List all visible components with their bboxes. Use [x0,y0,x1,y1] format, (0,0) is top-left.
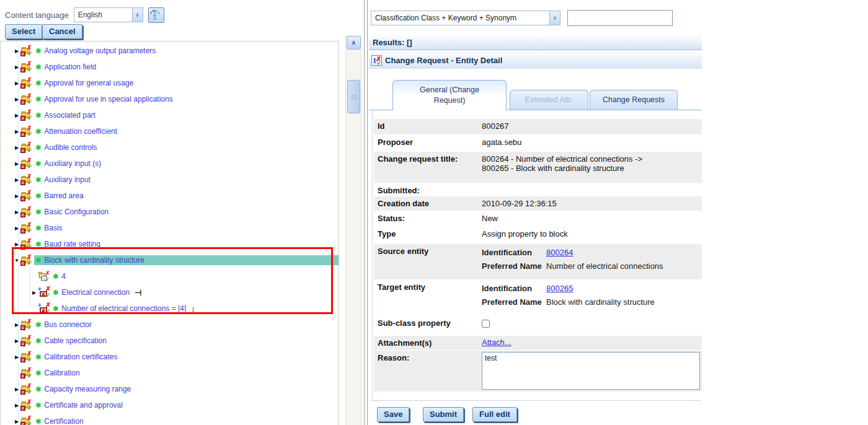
search-input[interactable] [567,10,673,26]
tree-item-label[interactable]: Analog voltage output parameters [44,46,156,55]
search-type-select[interactable]: Classification Class + Keyword + Synonym… [371,11,560,25]
chevron-collapsed-icon[interactable]: ▶ [13,338,20,344]
structure-icon[interactable]: ✗✓ [38,271,50,282]
classification-folder-icon[interactable]: c✗✓ [20,78,33,89]
tree-item-label[interactable]: Barred area [44,191,83,200]
tree-item-label[interactable]: Basic Configuration [44,208,108,216]
classification-folder-icon[interactable]: c✗✓ [20,191,33,201]
identification-link[interactable]: 800264 [546,248,573,257]
tree-item[interactable]: ✱Cable specification [34,336,109,346]
tree-item-label[interactable]: Calibration certificates [44,353,117,361]
reason-textarea[interactable] [482,352,700,390]
tree-item-label[interactable]: Approval for use in special applications [44,95,172,103]
chevron-down-icon[interactable]: ∨ [132,8,143,22]
tree-item-label[interactable]: Attenuation coefficient [44,127,117,136]
chevron-collapsed-icon[interactable]: ▶ [13,145,20,151]
chevron-collapsed-icon[interactable]: ▶ [13,97,20,102]
language-anchor-button[interactable]: ⚓ [148,7,164,23]
classification-folder-icon[interactable]: c✗✓ [20,110,33,121]
chevron-collapsed-icon[interactable]: ▶ [13,129,20,134]
tree-item[interactable]: ✱Auxiliary input [34,175,93,185]
classification-folder-icon[interactable]: c✗✓ [20,352,33,362]
classification-folder-icon[interactable]: c✗✓ [20,46,33,56]
panel-splitter[interactable] [364,0,368,425]
tree-item[interactable]: ✱Calibration [34,368,82,378]
tree-item-label[interactable]: Approval for general usage [44,79,133,87]
classification-folder-icon[interactable]: c✗✓ [20,400,33,411]
chevron-collapsed-icon[interactable]: ▶ [13,209,20,215]
tree-item[interactable]: ✱Baud rate setting [34,239,103,249]
chevron-collapsed-icon[interactable]: ▶ [13,322,20,328]
identification-link[interactable]: 800265 [546,284,573,293]
classification-folder-icon[interactable]: c✗✓ [20,223,33,234]
cancel-button[interactable]: Cancel [42,24,82,39]
tree-item[interactable]: ✱Associated part [34,110,98,120]
tree-item[interactable]: ✱Calibration certificates [34,352,120,362]
chevron-collapsed-icon[interactable]: ▶ [13,64,20,70]
tree-item-label[interactable]: Electrical connection [61,288,130,297]
tree-item[interactable]: ✱Attenuation coefficient [34,126,120,136]
tab-extended-attr[interactable]: Extended Attr. [510,90,588,110]
classification-folder-icon[interactable]: c✗✓ [20,126,33,137]
tree-item[interactable]: ✱Basis [34,223,65,233]
tree-item[interactable]: ✱Application field [34,62,99,72]
tree-item-label[interactable]: Bus connector [44,320,92,329]
classification-folder-icon[interactable]: c✗✓ [20,336,33,346]
tree-item-label[interactable]: Certificate and approval [44,401,123,410]
chevron-collapsed-icon[interactable]: ▶ [13,161,20,167]
tree-item[interactable]: ✱Auxiliary input (s) [34,159,104,169]
scrollbar-thumb[interactable] [347,80,360,113]
tree-item-label[interactable]: Basis [44,224,62,232]
tree-item[interactable]: ✱Barred area [34,191,86,201]
tree-item-label[interactable]: Application field [44,63,96,71]
classification-folder-icon[interactable]: c✗✓ [20,384,33,395]
classification-folder-icon[interactable]: c✗✓ [20,207,33,217]
classification-folder-icon[interactable]: c✗✓ [20,320,33,330]
tree-item-label[interactable]: Capacity measuring range [44,385,131,393]
scroll-up-icon[interactable]: ∧ [347,36,361,50]
tree-item[interactable]: ✱Audible controls [34,142,100,152]
classification-folder-icon[interactable]: c✗✓ [20,239,33,250]
tree-item-label[interactable]: Number of electrical connections = [4] [61,304,186,313]
classification-folder-icon[interactable]: c✗✓ [20,416,33,425]
select-button[interactable]: Select [5,24,42,39]
save-button[interactable]: Save [377,407,409,422]
chevron-collapsed-icon[interactable]: ▶ [13,387,20,392]
tree-item[interactable]: ✱Basic Configuration [34,207,111,217]
property-icon[interactable]: +✗✓ [38,287,50,298]
classification-folder-icon[interactable]: c✗✓ [20,159,33,169]
tree-item-label[interactable]: Block with cardinality structure [44,256,144,265]
chevron-collapsed-icon[interactable]: ▶ [13,242,20,247]
chevron-collapsed-icon[interactable]: ▶ [13,48,20,54]
tree-item-label[interactable]: Certification [44,417,83,425]
tree-item-label[interactable]: Baud rate setting [44,240,100,248]
classification-folder-icon[interactable]: c✗✓ [20,368,33,379]
tree-item-label[interactable]: Audible controls [44,143,97,152]
classification-folder-icon[interactable]: c✗✓ [20,175,33,185]
tree-item-label[interactable]: 4 [61,272,66,281]
tree-item[interactable]: ✱Capacity measuring range [34,384,133,394]
tree-item[interactable]: ✱Analog voltage output parameters [34,46,158,56]
tree-item-label[interactable]: Calibration [44,369,79,377]
tab-change-requests[interactable]: Change Requests [590,90,678,110]
chevron-collapsed-icon[interactable]: ▶ [30,290,38,296]
tree-item[interactable]: ✱Certificate and approval [34,400,125,410]
classification-folder-icon[interactable]: c✗✓ [20,94,33,105]
tree-item-label[interactable]: Associated part [44,111,95,120]
classification-folder-icon[interactable]: c✗✓ [20,255,33,266]
chevron-collapsed-icon[interactable]: ▶ [13,177,20,183]
tree-item[interactable]: ✱Approval for general usage [34,78,136,88]
chevron-collapsed-icon[interactable]: ▶ [13,354,20,360]
tree-item[interactable]: ✱Electrical connection [51,287,132,297]
submit-button[interactable]: Submit [423,407,464,422]
tab-general-change-request[interactable]: General (Change Request) [392,80,507,110]
chevron-collapsed-icon[interactable]: ▶ [13,403,20,408]
chevron-collapsed-icon[interactable]: ▶ [13,419,20,424]
tree-item[interactable]: ✱Approval for use in special application… [34,94,175,104]
tree-scrollbar[interactable]: ∧ [345,35,361,425]
attach-link[interactable]: Attach... [482,338,512,347]
chevron-down-icon[interactable]: ∨ [549,11,560,25]
language-select[interactable]: English ∨ [74,7,143,22]
sub-class-property-checkbox[interactable] [482,320,490,328]
chevron-collapsed-icon[interactable]: ▶ [13,193,20,199]
